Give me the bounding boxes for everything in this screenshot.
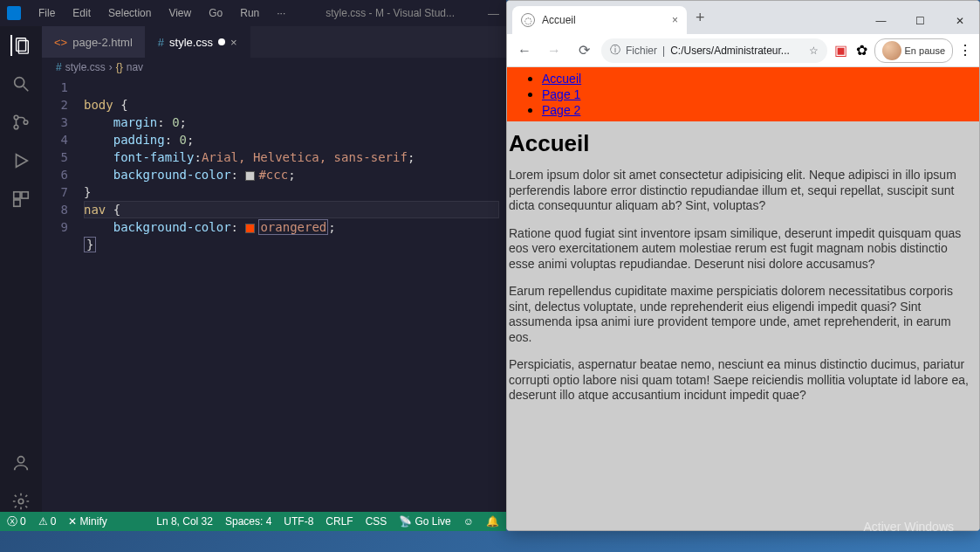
menu-selection[interactable]: Selection: [101, 5, 158, 21]
page-nav: Accueil Page 1 Page 2: [507, 67, 979, 121]
status-warnings[interactable]: ⚠ 0: [38, 515, 57, 528]
tab-page-2-html[interactable]: <> page-2.html: [42, 26, 146, 58]
back-icon[interactable]: ←: [512, 38, 537, 63]
browser-tab-title: Accueil: [542, 14, 665, 26]
page-heading: Accueil: [509, 130, 976, 157]
menu-view[interactable]: View: [161, 5, 198, 21]
svg-rect-9: [22, 192, 28, 198]
svg-point-6: [24, 121, 28, 125]
vscode-logo-icon: [7, 6, 21, 20]
page-paragraph: Lorem ipsum dolor sit amet consectetur a…: [509, 168, 976, 214]
settings-gear-icon[interactable]: [10, 491, 31, 512]
status-ln-col[interactable]: Ln 8, Col 32: [156, 515, 213, 528]
editor-tabs: <> page-2.html # style.css ×: [42, 26, 506, 58]
run-debug-icon[interactable]: [10, 150, 31, 171]
page-favicon-icon: ◌: [521, 13, 535, 27]
search-icon[interactable]: [10, 73, 31, 94]
new-tab-button[interactable]: +: [687, 9, 714, 27]
status-feedback-icon[interactable]: ☺: [463, 515, 474, 528]
breadcrumb-symbol: nav: [127, 61, 143, 73]
tab-label: page-2.html: [72, 36, 133, 49]
svg-line-3: [24, 86, 29, 92]
windows-activation-watermark: Activer Windows: [864, 519, 954, 535]
css-file-icon: #: [56, 61, 62, 73]
svg-rect-8: [14, 192, 20, 198]
page-paragraph: Ratione quod fugiat sint inventore ipsam…: [509, 226, 976, 273]
svg-point-12: [18, 499, 24, 504]
svg-rect-10: [14, 200, 20, 206]
info-icon[interactable]: ⓘ: [610, 43, 620, 58]
nav-link[interactable]: Page 2: [542, 103, 580, 117]
status-encoding[interactable]: UTF-8: [284, 515, 313, 528]
status-bar: ⓧ 0 ⚠ 0 ✕ Minify Ln 8, Col 32 Spaces: 4 …: [0, 512, 506, 531]
menu-run[interactable]: Run: [233, 5, 266, 21]
tab-style-css[interactable]: # style.css ×: [146, 26, 250, 58]
status-go-live[interactable]: 📡 Go Live: [399, 515, 450, 528]
explorer-icon[interactable]: [10, 35, 31, 56]
breadcrumb[interactable]: # style.css › {} nav: [42, 58, 506, 77]
code-editor[interactable]: 123 456 789 body { margin: 0; padding: 0…: [42, 77, 506, 512]
browser-titlebar: ◌ Accueil × + — ☐ ✕: [507, 1, 979, 34]
profile-label: En pause: [905, 45, 945, 56]
close-icon[interactable]: ×: [230, 36, 237, 49]
css-file-icon: #: [158, 36, 164, 49]
browser-tab[interactable]: ◌ Accueil ×: [512, 6, 687, 34]
addr-path: C:/Users/Administrateur...: [670, 45, 803, 57]
star-icon[interactable]: ☆: [809, 45, 819, 57]
titlebar: File Edit Selection View Go Run ··· styl…: [0, 0, 506, 26]
profile-chip[interactable]: En pause: [874, 38, 953, 63]
menu-edit[interactable]: Edit: [65, 5, 98, 21]
page-paragraph: Perspiciatis, aspernatur beatae nemo, ne…: [509, 357, 976, 404]
source-control-icon[interactable]: [10, 112, 31, 133]
minimize-icon[interactable]: —: [488, 7, 499, 20]
browser-window: ◌ Accueil × + — ☐ ✕ ← → ⟳ ⓘ Fichier | C:…: [506, 0, 980, 531]
brackets-icon: {}: [116, 61, 123, 73]
address-bar[interactable]: ⓘ Fichier | C:/Users/Administrateur... ☆: [601, 38, 827, 63]
svg-point-4: [14, 115, 18, 120]
nav-link[interactable]: Page 1: [542, 87, 580, 101]
menu-file[interactable]: File: [31, 5, 62, 21]
page-paragraph: Earum repellendus cupiditate maxime pers…: [509, 284, 976, 345]
addr-scheme: Fichier: [626, 45, 657, 57]
status-eol[interactable]: CRLF: [326, 515, 353, 528]
accounts-icon[interactable]: [10, 452, 31, 473]
svg-point-2: [15, 78, 24, 87]
chevron-right-icon: ›: [109, 61, 113, 73]
svg-point-5: [14, 125, 18, 129]
menu-go[interactable]: Go: [202, 5, 230, 21]
browser-toolbar: ← → ⟳ ⓘ Fichier | C:/Users/Administrateu…: [507, 34, 979, 67]
page-viewport[interactable]: Accueil Page 1 Page 2 Accueil Lorem ipsu…: [507, 67, 979, 530]
html-file-icon: <>: [54, 36, 67, 49]
status-lang[interactable]: CSS: [366, 515, 387, 528]
status-minify[interactable]: ✕ Minify: [68, 515, 106, 528]
activity-bar: [0, 26, 42, 512]
close-icon[interactable]: ✕: [940, 8, 979, 34]
status-bell-icon[interactable]: 🔔: [486, 515, 499, 528]
extension-icon[interactable]: ▣: [833, 42, 850, 59]
vscode-window: File Edit Selection View Go Run ··· styl…: [0, 0, 506, 531]
menu-overflow[interactable]: ···: [270, 5, 292, 21]
reload-icon[interactable]: ⟳: [572, 38, 596, 63]
nav-link[interactable]: Accueil: [542, 72, 581, 86]
extensions-icon[interactable]: [10, 189, 31, 210]
maximize-icon[interactable]: ☐: [901, 8, 940, 34]
minimize-icon[interactable]: —: [861, 8, 901, 34]
breadcrumb-file: style.css: [65, 61, 106, 73]
svg-marker-7: [17, 155, 28, 168]
close-icon[interactable]: ×: [672, 14, 678, 26]
menu-icon[interactable]: ⋮: [956, 42, 974, 59]
avatar: [882, 41, 901, 60]
extension-icon[interactable]: ✿: [853, 42, 871, 59]
tab-label: style.css: [169, 36, 213, 49]
status-spaces[interactable]: Spaces: 4: [225, 515, 271, 528]
window-title: style.css - M - Visual Stud...: [296, 7, 484, 19]
forward-icon[interactable]: →: [542, 38, 566, 63]
status-errors[interactable]: ⓧ 0: [7, 514, 26, 529]
line-gutter: 123 456 789: [42, 79, 84, 512]
tab-dirty-icon: [218, 38, 225, 45]
svg-point-11: [17, 457, 24, 463]
code-content[interactable]: body { margin: 0; padding: 0; font-famil…: [84, 79, 506, 512]
